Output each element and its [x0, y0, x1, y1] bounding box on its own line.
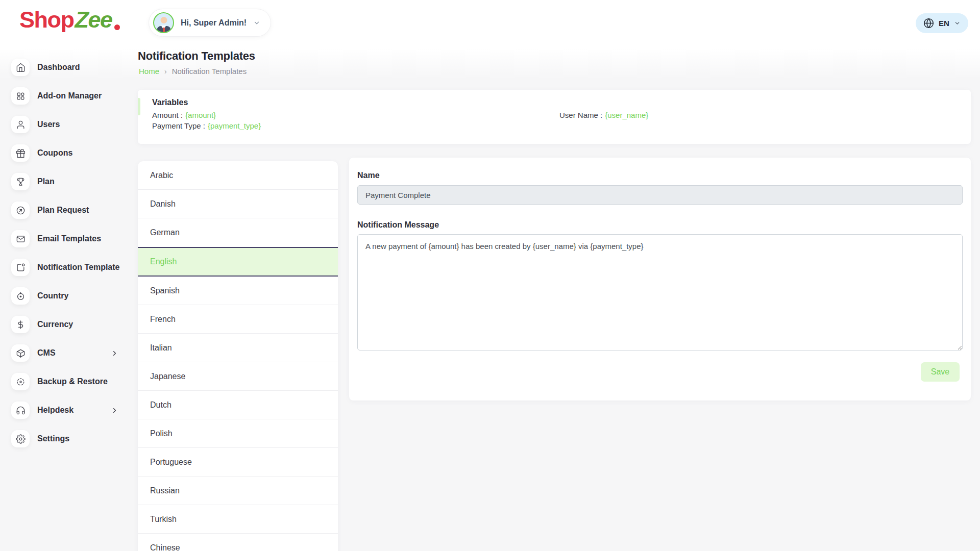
variable-amount: Amount :{amount} [152, 110, 549, 120]
sidebar-item-cms[interactable]: CMS [0, 339, 127, 367]
language-code: EN [939, 19, 949, 28]
breadcrumb: Home › Notification Templates [139, 67, 247, 76]
brand-part-2: Zee [75, 8, 112, 31]
language-item-arabic[interactable]: Arabic [138, 161, 338, 190]
language-item-german[interactable]: German [138, 218, 338, 247]
home-icon [11, 59, 30, 76]
gear-icon [11, 430, 30, 447]
sidebar-item-settings[interactable]: Settings [0, 424, 127, 453]
sidebar-item-plan[interactable]: Plan [0, 167, 127, 196]
notification-message-label: Notification Message [357, 220, 963, 230]
chevron-down-icon [954, 20, 961, 27]
breadcrumb-home-link[interactable]: Home [139, 67, 159, 76]
language-item-dutch[interactable]: Dutch [138, 391, 338, 419]
sidebar: Dashboard Add-on Manager Users Coupons P… [0, 53, 127, 453]
user-menu-button[interactable]: Hi, Super Admin! [149, 9, 271, 37]
headphones-icon [11, 402, 30, 419]
sidebar-item-users[interactable]: Users [0, 110, 127, 139]
notification-template-icon [11, 259, 30, 276]
sidebar-item-add-on-manager[interactable]: Add-on Manager [0, 82, 127, 110]
dollar-icon [11, 316, 30, 333]
language-item-french[interactable]: French [138, 305, 338, 334]
sidebar-item-country[interactable]: Country [0, 282, 127, 310]
brand-part-1: Shop [19, 8, 74, 31]
package-icon [11, 344, 30, 362]
variables-accent-bar [138, 98, 140, 115]
breadcrumb-current: Notification Templates [172, 67, 247, 76]
breadcrumb-separator: › [164, 67, 167, 76]
variables-title: Variables [152, 97, 957, 108]
mail-icon [11, 230, 30, 247]
language-item-chinese[interactable]: Chinese [138, 534, 338, 551]
arrow-up-right-circle-icon [11, 202, 30, 219]
sidebar-item-coupons[interactable]: Coupons [0, 139, 127, 167]
language-item-italian[interactable]: Italian [138, 334, 338, 362]
chevron-down-icon [253, 19, 260, 27]
language-item-spanish[interactable]: Spanish [138, 277, 338, 305]
sidebar-item-helpdesk[interactable]: Helpdesk [0, 396, 127, 424]
trophy-icon [11, 173, 30, 190]
chevron-right-icon [111, 407, 118, 414]
page-title: Notification Templates [138, 49, 255, 63]
language-selector[interactable]: EN [916, 13, 968, 33]
sidebar-item-currency[interactable]: Currency [0, 310, 127, 339]
language-item-english-selected[interactable]: English [138, 247, 338, 277]
sidebar-item-backup-restore[interactable]: Backup & Restore [0, 367, 127, 396]
target-icon [11, 287, 30, 305]
language-item-danish[interactable]: Danish [138, 190, 338, 218]
brand-dot [114, 24, 120, 30]
variables-grid: Amount :{amount} User Name :{user_name} … [152, 110, 957, 131]
notification-message-textarea[interactable]: A new payment of {amount} has been creat… [357, 234, 963, 350]
sidebar-item-email-templates[interactable]: Email Templates [0, 224, 127, 253]
backup-restore-icon [11, 373, 30, 390]
grid-icon [11, 87, 30, 105]
variable-user-name: User Name :{user_name} [559, 110, 957, 120]
name-input[interactable] [357, 185, 963, 205]
save-button[interactable]: Save [921, 362, 960, 382]
user-greeting: Hi, Super Admin! [181, 18, 247, 28]
user-icon [11, 116, 30, 133]
gift-icon [11, 144, 30, 162]
sidebar-item-dashboard[interactable]: Dashboard [0, 53, 127, 82]
sidebar-item-plan-request[interactable]: Plan Request [0, 196, 127, 224]
language-item-russian[interactable]: Russian [138, 477, 338, 505]
chevron-right-icon [111, 349, 118, 357]
variables-card: Variables Amount :{amount} User Name :{u… [138, 90, 971, 144]
language-item-japanese[interactable]: Japanese [138, 362, 338, 391]
template-form-card: Name Notification Message A new payment … [349, 158, 971, 400]
name-label: Name [357, 170, 963, 181]
language-list: Arabic Danish German English Spanish Fre… [138, 161, 338, 551]
brand-logo: ShopZee [19, 8, 120, 31]
sidebar-item-notification-template[interactable]: Notification Template [0, 253, 127, 282]
avatar [153, 12, 174, 33]
language-item-portuguese[interactable]: Portuguese [138, 448, 338, 477]
language-item-polish[interactable]: Polish [138, 419, 338, 448]
language-item-turkish[interactable]: Turkish [138, 505, 338, 534]
variable-payment-type: Payment Type :{payment_type} [152, 120, 549, 131]
globe-icon [923, 18, 934, 29]
